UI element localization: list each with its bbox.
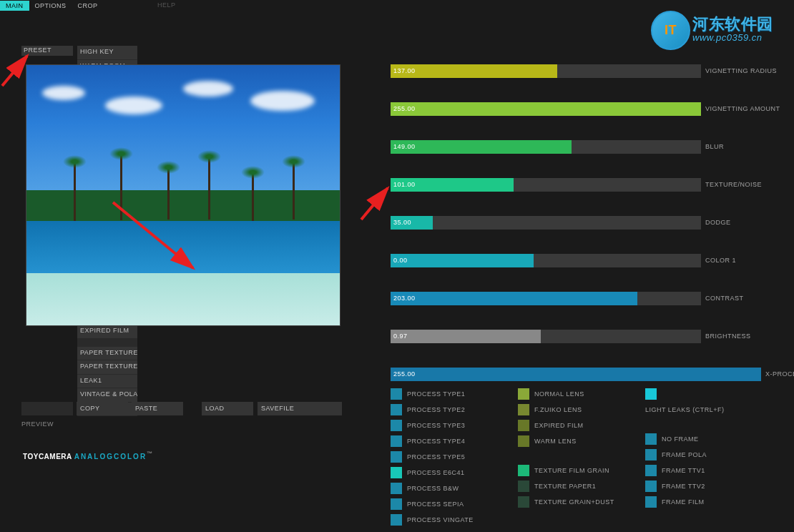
check-item[interactable]: FRAME TTV2: [645, 478, 725, 493]
check-label: WARM LENS: [534, 438, 577, 445]
check-item[interactable]: NORMAL LENS: [518, 386, 614, 401]
checkbox[interactable]: [391, 420, 402, 431]
checkbox[interactable]: [645, 449, 657, 460]
slider-fill: [391, 140, 572, 154]
checkbox[interactable]: [518, 388, 529, 400]
check-item[interactable]: F.ZUIKO LENS: [518, 402, 614, 417]
slider-label: BRIGHTNESS: [705, 332, 751, 340]
slider-fill: [391, 368, 761, 381]
check-label: FRAME FILM: [662, 498, 705, 506]
preset-item[interactable]: PAPER TEXTURE2: [77, 360, 137, 374]
slider-vignetting-amount[interactable]: 255.00VIGNETTING AMOUNT: [391, 102, 777, 116]
slider-contrast[interactable]: 203.00CONTRAST: [391, 292, 777, 305]
paste-button[interactable]: PASTE: [132, 402, 183, 415]
slider-brightness[interactable]: 0.97BRIGHTNESS: [391, 330, 777, 343]
check-item[interactable]: NO FRAME: [645, 431, 725, 446]
checkbox[interactable]: [645, 481, 657, 492]
check-label: PROCESS VINGATE: [407, 516, 474, 523]
check-item[interactable]: [645, 386, 725, 401]
checkbox[interactable]: [391, 404, 402, 415]
checkbox[interactable]: [645, 465, 657, 476]
checkbox[interactable]: [518, 404, 529, 415]
check-item[interactable]: PROCESS TYPE5: [391, 449, 474, 464]
checkbox[interactable]: [518, 481, 529, 492]
preset-item[interactable]: PAPER TEXTURE: [77, 347, 137, 360]
check-label: PROCESS B&W: [407, 485, 459, 492]
checkbox[interactable]: [518, 435, 529, 447]
check-label: NORMAL LENS: [534, 390, 584, 398]
slider-color-1[interactable]: 0.00COLOR 1: [391, 254, 777, 267]
checkbox[interactable]: [391, 388, 402, 400]
preset-button[interactable]: PRESET: [21, 46, 73, 56]
check-item[interactable]: PROCESS E6C41: [391, 465, 474, 480]
check-item[interactable]: PROCESS TYPE4: [391, 433, 474, 448]
check-item[interactable]: TEXTURE PAPER1: [518, 478, 614, 493]
preset-item[interactable]: VINTAGE & POLA: [77, 388, 137, 402]
check-item[interactable]: TEXTURE FILM GRAIN: [518, 463, 614, 478]
checkbox[interactable]: [645, 433, 657, 445]
check-item[interactable]: PROCESS TYPE1: [391, 386, 474, 401]
check-item[interactable]: PROCESS SEPIA: [391, 496, 474, 511]
slider-label: X-PROCESS: [765, 370, 794, 378]
preset-item[interactable]: EXPIRED FILM: [77, 325, 137, 338]
copy-button[interactable]: COPY: [77, 402, 128, 415]
slider-value: 203.00: [393, 295, 416, 302]
slider-vignetting-radius[interactable]: 137.00VIGNETTING RADIUS: [391, 64, 777, 78]
slider-value: 255.00: [393, 105, 416, 112]
checkbox[interactable]: [391, 467, 402, 478]
slider-label: VIGNETTING AMOUNT: [705, 105, 780, 112]
slider-value: 0.97: [393, 332, 408, 340]
checkbox[interactable]: [518, 496, 529, 508]
slider-track[interactable]: [391, 216, 701, 230]
check-label: FRAME TTV2: [662, 483, 705, 490]
check-label: NO FRAME: [662, 435, 699, 443]
check-item[interactable]: FRAME FILM: [645, 494, 725, 509]
check-item[interactable]: LIGHT LEAKS (CTRL+F): [645, 402, 725, 417]
check-item[interactable]: PROCESS TYPE3: [391, 418, 474, 433]
check-item[interactable]: TEXTURE GRAIN+DUST: [518, 494, 614, 509]
checkbox[interactable]: [518, 420, 529, 431]
slider-label: CONTRAST: [705, 295, 744, 302]
checkbox[interactable]: [391, 498, 402, 510]
load-button[interactable]: LOAD: [202, 402, 253, 415]
slider-value: 0.00: [393, 257, 408, 264]
preview-label: PREVIEW: [21, 420, 54, 428]
preset-item[interactable]: HIGH KEY: [77, 46, 137, 59]
checkbox[interactable]: [645, 388, 657, 400]
slider-label: VIGNETTING RADIUS: [705, 67, 777, 74]
check-item[interactable]: FRAME TTV1: [645, 463, 725, 478]
checkbox[interactable]: [391, 514, 402, 526]
check-item[interactable]: PROCESS VINGATE: [391, 512, 474, 527]
check-label: TEXTURE GRAIN+DUST: [534, 498, 614, 506]
check-label: PROCESS TYPE1: [407, 390, 465, 398]
savefile-button[interactable]: SAVEFILE: [258, 402, 342, 415]
menu-crop[interactable]: CROP: [72, 1, 104, 11]
checkbox[interactable]: [391, 451, 402, 463]
watermark: IT 河东软件园 www.pc0359.cn: [651, 11, 794, 46]
checkbox[interactable]: [518, 465, 529, 476]
slider-label: BLUR: [705, 143, 724, 150]
checkbox[interactable]: [391, 435, 402, 447]
check-item[interactable]: PROCESS B&W: [391, 481, 474, 496]
check-label: PROCESS TYPE5: [407, 453, 465, 460]
check-item[interactable]: PROCESS TYPE2: [391, 402, 474, 417]
check-label: PROCESS TYPE4: [407, 438, 465, 445]
checkbox[interactable]: [391, 483, 402, 494]
menu-main[interactable]: MAIN: [0, 1, 29, 11]
check-label: PROCESS TYPE3: [407, 422, 465, 429]
slider-x-process[interactable]: 255.00X-PROCESS: [391, 368, 777, 381]
slider-value: 255.00: [393, 370, 416, 378]
slider-fill: [391, 102, 701, 116]
check-item[interactable]: EXPIRED FILM: [518, 418, 614, 433]
check-item[interactable]: WARM LENS: [518, 433, 614, 448]
preset-item[interactable]: LEAK1: [77, 375, 137, 388]
slider-blur[interactable]: 149.00BLUR: [391, 140, 777, 154]
image-preview: [26, 64, 340, 326]
check-item[interactable]: FRAME POLA: [645, 447, 725, 462]
checkbox[interactable]: [645, 496, 657, 508]
blank-button[interactable]: [21, 402, 73, 415]
slider-texture-noise[interactable]: 101.00TEXTURE/NOISE: [391, 178, 777, 192]
menu-help[interactable]: HELP: [157, 1, 176, 9]
menu-options[interactable]: OPTIONS: [29, 1, 72, 11]
slider-dodge[interactable]: 35.00DODGE: [391, 216, 777, 230]
